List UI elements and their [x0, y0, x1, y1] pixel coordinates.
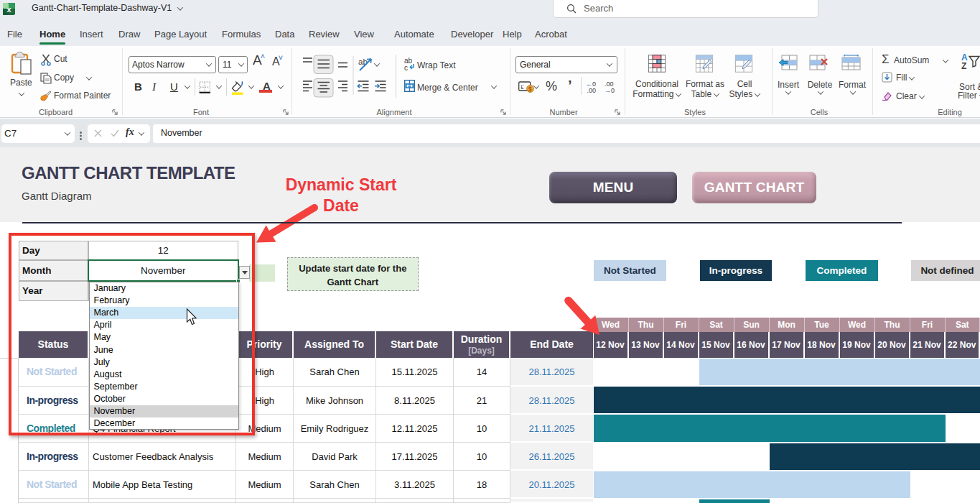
svg-text:c: c	[404, 64, 408, 72]
svg-text:$: $	[528, 86, 532, 93]
svg-text:x: x	[6, 5, 11, 14]
svg-text:£: £	[521, 83, 524, 91]
